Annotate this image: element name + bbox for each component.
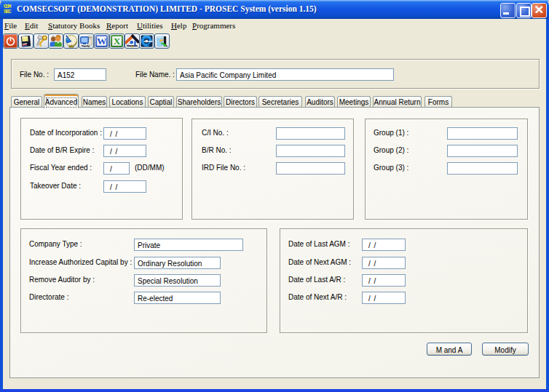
svg-text:W: W (97, 36, 107, 47)
svg-text:X: X (114, 36, 121, 47)
